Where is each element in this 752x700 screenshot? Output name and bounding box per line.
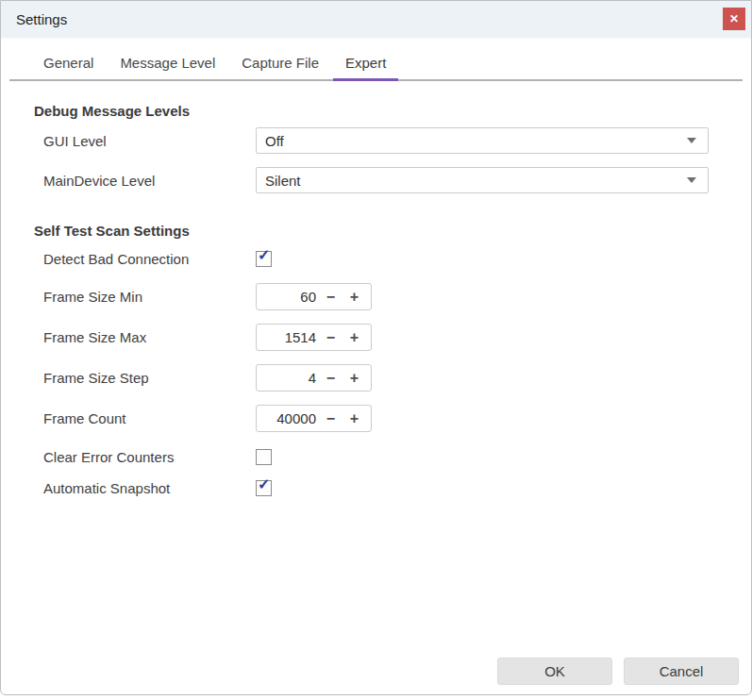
- frame-count-stepper: 40000 − +: [256, 405, 372, 432]
- clear-error-counters-label: Clear Error Counters: [43, 449, 256, 465]
- checkmark-icon: ✓: [258, 248, 270, 263]
- plus-icon[interactable]: +: [343, 365, 366, 391]
- chevron-down-icon: [687, 177, 696, 183]
- maindevice-level-dropdown[interactable]: Silent: [256, 167, 709, 193]
- frame-size-step-stepper: 4 − +: [256, 364, 372, 392]
- minus-icon[interactable]: −: [319, 325, 343, 350]
- maindevice-level-value: Silent: [265, 173, 687, 189]
- plus-icon[interactable]: +: [343, 284, 366, 309]
- frame-size-step-label: Frame Size Step: [43, 370, 256, 386]
- detect-bad-connection-label: Detect Bad Connection: [43, 251, 256, 267]
- clear-error-counters-checkbox[interactable]: [256, 449, 272, 465]
- frame-size-min-value[interactable]: 60: [257, 289, 319, 305]
- gui-level-dropdown[interactable]: Off: [256, 127, 709, 154]
- frame-size-max-label: Frame Size Max: [43, 329, 256, 345]
- chevron-down-icon: [687, 138, 696, 143]
- dialog-footer: OK Cancel: [497, 658, 739, 685]
- frame-size-min-row: Frame Size Min 60 − +: [1, 283, 751, 310]
- tab-general[interactable]: General: [43, 55, 93, 79]
- maindevice-level-label: MainDevice Level: [43, 173, 256, 189]
- minus-icon[interactable]: −: [319, 365, 343, 391]
- selftest-section-title: Self Test Scan Settings: [34, 223, 751, 239]
- frame-size-step-value[interactable]: 4: [257, 370, 319, 386]
- close-icon[interactable]: ✕: [723, 8, 745, 30]
- tab-strip: General Message Level Capture File Exper…: [9, 55, 743, 81]
- frame-size-max-stepper: 1514 − +: [256, 324, 372, 351]
- cancel-button[interactable]: Cancel: [624, 658, 739, 685]
- tab-message-level[interactable]: Message Level: [120, 55, 215, 79]
- frame-count-value[interactable]: 40000: [257, 410, 319, 426]
- maindevice-level-row: MainDevice Level Silent: [1, 167, 751, 193]
- checkmark-icon: ✓: [258, 477, 270, 492]
- gui-level-label: GUI Level: [43, 133, 256, 149]
- frame-size-step-row: Frame Size Step 4 − +: [1, 364, 751, 392]
- clear-error-counters-row: Clear Error Counters: [1, 446, 751, 467]
- plus-icon[interactable]: +: [343, 325, 366, 350]
- gui-level-value: Off: [265, 133, 687, 149]
- settings-dialog: Settings ✕ General Message Level Capture…: [0, 0, 752, 695]
- automatic-snapshot-row: Automatic Snapshot ✓: [1, 477, 751, 498]
- title-bar: Settings ✕: [1, 1, 751, 37]
- gui-level-row: GUI Level Off: [1, 127, 751, 154]
- ok-button[interactable]: OK: [497, 658, 612, 685]
- frame-size-min-stepper: 60 − +: [256, 283, 372, 310]
- minus-icon[interactable]: −: [319, 284, 343, 309]
- tab-capture-file[interactable]: Capture File: [242, 55, 319, 79]
- automatic-snapshot-checkbox[interactable]: ✓: [256, 480, 272, 496]
- frame-count-label: Frame Count: [43, 410, 256, 426]
- minus-icon[interactable]: −: [319, 406, 343, 431]
- frame-size-max-row: Frame Size Max 1514 − +: [1, 324, 751, 351]
- plus-icon[interactable]: +: [343, 406, 366, 431]
- automatic-snapshot-label: Automatic Snapshot: [43, 480, 256, 496]
- debug-section-title: Debug Message Levels: [34, 103, 751, 119]
- frame-count-row: Frame Count 40000 − +: [1, 405, 751, 432]
- frame-size-min-label: Frame Size Min: [43, 289, 256, 305]
- detect-bad-connection-row: Detect Bad Connection ✓: [1, 248, 751, 269]
- detect-bad-connection-checkbox[interactable]: ✓: [256, 251, 272, 267]
- frame-size-max-value[interactable]: 1514: [257, 329, 319, 345]
- tab-expert[interactable]: Expert: [333, 55, 398, 81]
- dialog-title: Settings: [16, 11, 67, 27]
